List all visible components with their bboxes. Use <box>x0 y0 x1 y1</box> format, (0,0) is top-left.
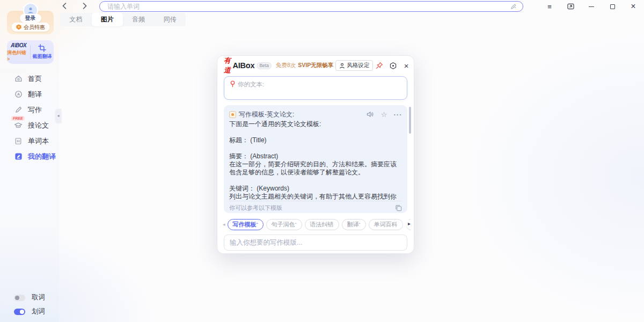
source-text-placeholder: 你的文本: <box>238 80 264 89</box>
topbar: ≡ × <box>0 0 644 13</box>
sidebar-item-label: 我的翻译 <box>28 152 56 162</box>
aibox-title: AIBox <box>233 61 255 70</box>
word-capture-toggle[interactable] <box>14 295 25 301</box>
beta-badge: Beta <box>257 62 272 69</box>
chevron-left-icon <box>62 3 67 9</box>
result-line: 下面是一个通用的英文论文模板: <box>229 120 402 128</box>
arrow-right-small-icon: ▸ <box>408 221 411 226</box>
member-badge-icon <box>16 24 21 30</box>
pencil-icon[interactable] <box>510 3 517 10</box>
more-button[interactable]: ··· <box>394 111 402 119</box>
sidebar-item-my-translations[interactable]: 我的翻译 <box>0 149 59 164</box>
minimize-button[interactable] <box>587 2 596 11</box>
member-offer-button[interactable]: 会员特惠 <box>11 23 49 32</box>
maximize-button[interactable] <box>608 2 617 11</box>
result-content: 下面是一个通用的英文论文模板: 标题： (Title) 摘要： (Abstrac… <box>229 120 402 201</box>
sidebar-collapse-handle[interactable]: ◂ <box>55 109 61 122</box>
person-icon <box>339 63 345 69</box>
chips-scroll-right-button[interactable]: ▸ <box>407 220 412 227</box>
source-text-input[interactable]: 你的文本: <box>224 76 407 100</box>
template-icon <box>229 111 236 118</box>
youdao-logo: 有道 <box>224 56 231 75</box>
menu-icon: ≡ <box>547 3 552 11</box>
tab-label: 图片 <box>101 15 114 24</box>
chip-label: 翻译 <box>347 221 359 228</box>
sidebar-item-writing[interactable]: 写作 <box>0 102 59 118</box>
free-quota-label: 免费8次 <box>276 62 296 69</box>
search-bar <box>99 1 523 12</box>
chip-label: 单词百科 <box>374 221 398 228</box>
close-window-button[interactable]: × <box>629 2 638 11</box>
polish-correct-link: 润色纠错 > <box>7 49 30 62</box>
arrow-left-small-icon: ◂ <box>223 222 225 227</box>
tab-documents[interactable]: 文档 <box>60 13 92 26</box>
maximize-icon <box>610 4 615 9</box>
menu-button[interactable]: ≡ <box>545 2 554 11</box>
chips-scroll-left-button[interactable]: ◂ <box>223 222 225 227</box>
dialog-scrollbar-thumb[interactable] <box>409 107 411 134</box>
close-icon: × <box>404 61 409 70</box>
result-footer: 你可以参考以下模版 <box>229 201 402 215</box>
chip-translate[interactable]: 翻译ˆ <box>342 219 366 230</box>
tab-interpretation[interactable]: 同传 <box>155 13 186 26</box>
svg-text:A: A <box>17 92 20 97</box>
pen-icon <box>14 106 23 114</box>
word-select-toggle-row: 划词 <box>14 307 45 316</box>
caret-up-icon: ˆ <box>359 222 361 228</box>
aibox-logo: A\BOX <box>11 42 26 48</box>
sidebar-item-home[interactable]: 首页 <box>0 71 59 86</box>
user-card: 登录 会员特惠 <box>7 11 54 34</box>
free-badge: FREE <box>11 116 25 121</box>
mini-window-button[interactable] <box>566 2 575 11</box>
tab-label: 文档 <box>69 15 82 24</box>
history-nav <box>60 2 89 10</box>
chevron-left-icon: ◂ <box>57 113 59 118</box>
dialog-header-icons: × <box>375 61 411 70</box>
mini-window-icon <box>567 3 574 10</box>
speaker-button[interactable] <box>366 111 374 119</box>
copy-button[interactable] <box>395 204 402 211</box>
screenshot-translate-shortcut[interactable]: 截图翻译 <box>31 40 54 64</box>
settings-button[interactable] <box>389 61 397 70</box>
chip-writing-template[interactable]: 写作模板ˆ <box>228 219 264 230</box>
pin-button[interactable] <box>375 61 384 70</box>
tab-images[interactable]: 图片 <box>92 13 123 26</box>
sidebar-item-papers[interactable]: FREE 搜论文 <box>0 118 59 133</box>
forward-button[interactable] <box>80 2 89 10</box>
tab-label: 同传 <box>164 15 177 24</box>
crop-icon <box>38 44 46 52</box>
star-icon: ☆ <box>381 111 387 119</box>
favorite-button[interactable]: ☆ <box>380 111 388 119</box>
tab-audio[interactable]: 音频 <box>123 13 155 26</box>
copy-icon <box>395 204 402 211</box>
caret-up-icon: ˆ <box>257 222 258 228</box>
chip-grammar-check[interactable]: 语法纠错 <box>305 219 339 230</box>
login-button[interactable]: 登录 <box>20 14 41 23</box>
chip-sentence-polish[interactable]: 句子润色ˆ <box>266 219 302 230</box>
close-dialog-button[interactable]: × <box>402 61 411 70</box>
result-line <box>229 177 402 185</box>
aibox-polish-shortcut[interactable]: A\BOX 润色纠错 > <box>7 40 30 64</box>
location-pin-icon <box>230 80 236 87</box>
sidebar: 登录 会员特惠 A\BOX 润色纠错 > 截图翻译 首页 <box>0 0 59 322</box>
feature-chips: 写作模板ˆ 句子润色ˆ 语法纠错 翻译ˆ 单词百科 论文去重 <box>228 219 411 230</box>
style-settings-button[interactable]: 风格设定 <box>335 60 373 71</box>
result-line: 列出与论文主题相关的关键词，有助于其他人更容易找到你的论文。 <box>229 193 402 201</box>
back-button[interactable] <box>60 2 69 10</box>
svip-upsell-link[interactable]: SVIP无限畅享 <box>298 62 333 69</box>
graduation-cap-icon <box>14 121 23 130</box>
pin-icon <box>376 62 383 69</box>
sidebar-item-label: 写作 <box>28 105 42 115</box>
sidebar-item-translate[interactable]: A 翻译 <box>0 86 59 102</box>
mode-tabs: 文档 图片 音频 同传 <box>60 13 186 26</box>
aibox-dialog: 有道 AIBox Beta 免费8次 SVIP无限畅享 风格设定 × 你的文本:… <box>217 55 414 254</box>
word-select-toggle[interactable] <box>14 309 25 315</box>
template-prompt-bar <box>224 235 407 251</box>
aibox-dialog-header: 有道 AIBox Beta 免费8次 SVIP无限畅享 风格设定 × <box>217 56 414 75</box>
sidebar-item-wordbook[interactable]: 单词本 <box>0 133 59 149</box>
sidebar-item-label: 翻译 <box>28 90 42 99</box>
chip-word-encyclopedia[interactable]: 单词百科 <box>369 219 403 230</box>
template-prompt-input[interactable] <box>230 239 401 246</box>
search-input[interactable] <box>107 3 510 10</box>
result-actions: ☆ ··· <box>366 111 402 119</box>
